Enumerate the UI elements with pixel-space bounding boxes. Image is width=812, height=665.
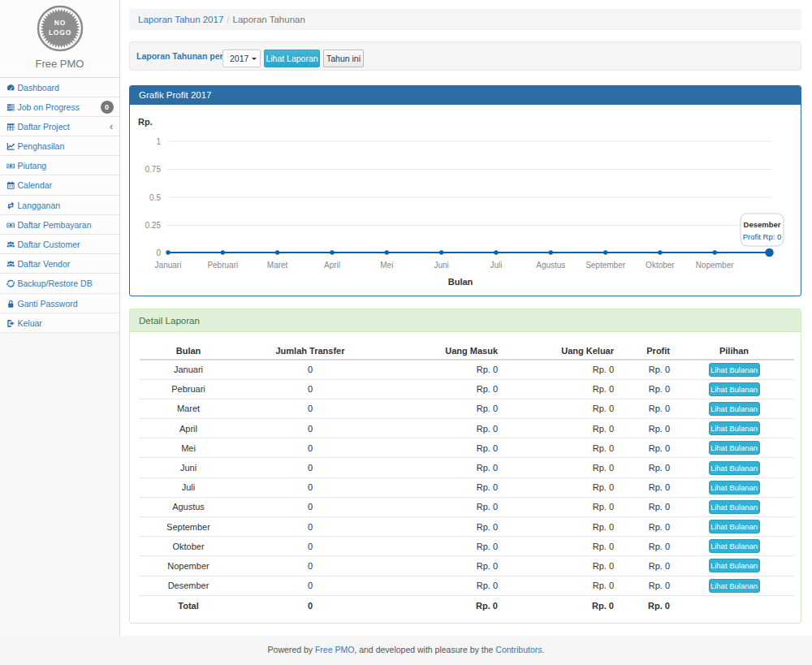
svg-text:Juni: Juni bbox=[434, 261, 448, 270]
svg-text:Bulan: Bulan bbox=[448, 277, 473, 287]
svg-text:September: September bbox=[585, 261, 626, 270]
svg-text:Desember: Desember bbox=[744, 220, 781, 229]
svg-text:Maret: Maret bbox=[267, 261, 288, 270]
svg-text:Agustus: Agustus bbox=[536, 261, 565, 270]
svg-text:Januari: Januari bbox=[155, 261, 182, 270]
svg-text:Juli: Juli bbox=[490, 261, 502, 270]
svg-text:0.25: 0.25 bbox=[145, 221, 162, 230]
svg-text:1: 1 bbox=[156, 137, 161, 146]
svg-text:Profit Rp: 0: Profit Rp: 0 bbox=[743, 232, 782, 241]
svg-text:Mei: Mei bbox=[380, 261, 393, 270]
svg-text:0.75: 0.75 bbox=[145, 165, 162, 174]
svg-text:LOGO: LOGO bbox=[49, 28, 71, 37]
svg-text:0: 0 bbox=[156, 248, 161, 257]
svg-text:April: April bbox=[324, 261, 340, 270]
svg-text:Nopember: Nopember bbox=[696, 261, 734, 270]
svg-text:Oktober: Oktober bbox=[646, 261, 675, 270]
svg-text:0.5: 0.5 bbox=[149, 193, 161, 202]
svg-text:Pebruari: Pebruari bbox=[207, 261, 238, 270]
svg-text:NO: NO bbox=[54, 19, 66, 27]
svg-text:Rp.: Rp. bbox=[138, 117, 153, 127]
